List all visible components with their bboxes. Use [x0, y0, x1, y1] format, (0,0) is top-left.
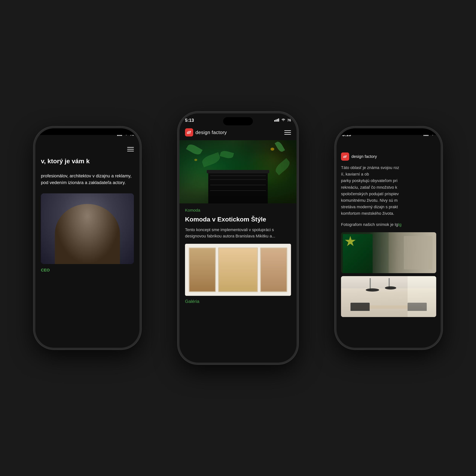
svg-rect-6 — [277, 119, 278, 122]
logo-icon: df — [185, 128, 193, 136]
dynamic-island — [223, 117, 253, 125]
svg-rect-5 — [275, 119, 276, 122]
svg-rect-7 — [278, 119, 279, 122]
phones-container: 76 v, ktorý je vám k profesionálov, arch… — [15, 34, 461, 442]
left-person-image — [41, 193, 134, 264]
right-image-2 — [341, 276, 436, 317]
ceo-label: CEO — [41, 268, 134, 272]
wifi-icon-center — [281, 118, 286, 122]
right-photographer-link[interactable]: Ig — [398, 222, 401, 227]
center-hamburger[interactable] — [284, 130, 291, 135]
logo-text: design factory — [195, 130, 227, 135]
hero-image — [179, 140, 297, 204]
right-logo-area[interactable]: df design factory — [341, 153, 377, 161]
left-hamburger[interactable] — [41, 145, 134, 151]
right-body-text-1: Táto oblasť je známa svojou roz íí, kavi… — [341, 164, 436, 217]
svg-rect-4 — [274, 120, 275, 122]
left-body-text: profesionálov, architektov v dizajnu a r… — [41, 172, 134, 186]
right-images — [341, 232, 436, 317]
article-title: Komoda v Exotickom Štýle — [185, 215, 291, 223]
svg-text:df: df — [343, 155, 347, 159]
status-icons-center: 76 — [274, 118, 291, 122]
center-screen-content: df design factory — [179, 113, 297, 363]
phone-right: 5:13 — [335, 126, 442, 350]
right-logo-text: design factory — [351, 154, 377, 159]
article-content: Komoda Komoda v Exotickom Štýle Tento ko… — [179, 204, 297, 308]
phone-left: 76 v, ktorý je vám k profesionálov, arch… — [34, 126, 141, 350]
center-time: 5:13 — [185, 118, 194, 123]
battery-center: 76 — [287, 119, 291, 122]
right-image-1 — [341, 232, 436, 273]
gallery-image — [185, 244, 291, 296]
left-hero-text: v, ktorý je vám k — [41, 157, 134, 165]
right-header: df design factory — [341, 153, 436, 161]
right-logo-icon: df — [341, 153, 349, 161]
signal-icon-center — [274, 118, 279, 122]
phone-center: 5:13 — [178, 112, 298, 364]
article-excerpt: Tento koncept sme implementovali v spolu… — [185, 227, 291, 239]
logo-area[interactable]: df design factory — [185, 128, 227, 136]
right-screen-content: df design factory Táto oblasť je známa s… — [337, 128, 441, 348]
gallery-category: Galéria — [185, 299, 291, 304]
left-screen-content: v, ktorý je vám k profesionálov, archite… — [35, 128, 139, 348]
article-category: Komoda — [185, 208, 291, 213]
svg-text:df: df — [187, 130, 191, 135]
right-photographer-text: Fotografom našich snímok je IgIg — [341, 221, 436, 228]
